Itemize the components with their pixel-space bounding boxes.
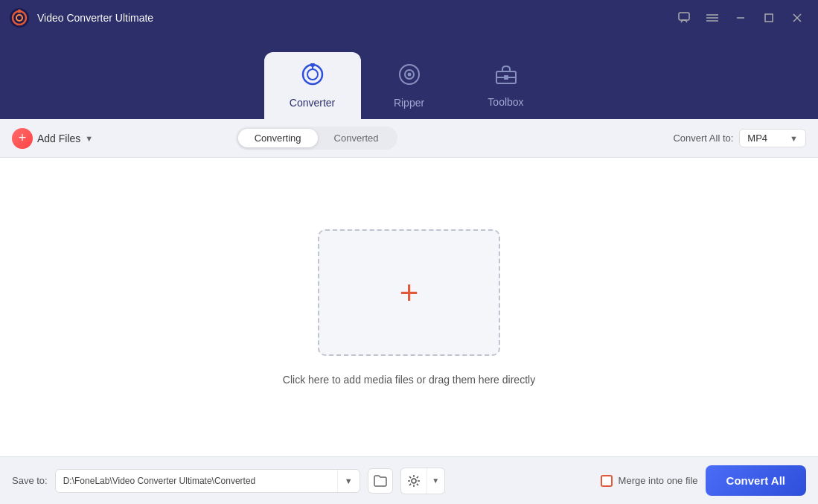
close-button[interactable] <box>785 9 809 27</box>
save-to-label: Save to: <box>12 475 48 486</box>
nav-bar: Converter Ripper Toolbox <box>0 36 818 119</box>
add-files-button[interactable]: + Add Files ▼ <box>12 128 93 149</box>
chat-button[interactable] <box>672 9 696 27</box>
app-title: Video Converter Ultimate <box>37 12 153 24</box>
add-files-dropdown-arrow: ▼ <box>85 134 93 143</box>
tab-toolbox-label: Toolbox <box>488 96 523 108</box>
minimize-button[interactable] <box>729 9 753 27</box>
main-content: + Click here to add media files or drag … <box>0 158 818 456</box>
toolbar: + Add Files ▼ Converting Converted Conve… <box>0 119 818 158</box>
format-chevron-icon: ▼ <box>790 134 798 143</box>
tab-ripper[interactable]: Ripper <box>361 52 458 119</box>
convert-all-button[interactable]: Convert All <box>706 465 806 496</box>
add-files-plus-icon: + <box>12 128 33 149</box>
svg-point-3 <box>18 10 22 13</box>
merge-label: Merge into one file <box>619 475 698 486</box>
path-dropdown-button[interactable]: ▼ <box>337 470 360 492</box>
svg-point-22 <box>412 479 416 483</box>
svg-point-14 <box>310 63 315 67</box>
tab-converter[interactable]: Converter <box>264 52 361 119</box>
svg-point-18 <box>407 72 411 76</box>
tab-converted[interactable]: Converted <box>318 129 395 147</box>
merge-checkbox-area: Merge into one file <box>601 475 698 487</box>
add-files-label: Add Files <box>37 133 80 144</box>
tab-toolbox[interactable]: Toolbox <box>458 52 555 119</box>
merge-checkbox[interactable] <box>601 475 613 487</box>
drop-hint-text: Click here to add media files or drag th… <box>283 374 535 386</box>
selected-format: MP4 <box>747 133 767 144</box>
ripper-icon <box>398 63 421 91</box>
window-controls <box>672 9 809 27</box>
tab-ripper-label: Ripper <box>394 97 424 109</box>
converter-icon <box>301 63 324 91</box>
save-path-input[interactable] <box>56 471 337 491</box>
settings-btn-wrapper: ▼ <box>400 468 445 494</box>
format-select-dropdown[interactable]: MP4 ▼ <box>739 129 806 147</box>
title-bar-left: Video Converter Ultimate <box>9 7 153 28</box>
converting-converted-tabs: Converting Converted <box>236 127 397 150</box>
app-logo-icon <box>9 7 30 28</box>
svg-point-13 <box>307 69 318 80</box>
maximize-button[interactable] <box>757 9 781 27</box>
tab-converting[interactable]: Converting <box>238 129 318 147</box>
bottom-bar: Save to: ▼ ▼ Merge into one file Convert… <box>0 456 818 504</box>
convert-all-to-area: Convert All to: MP4 ▼ <box>673 129 806 147</box>
svg-rect-4 <box>679 13 689 20</box>
settings-dropdown-arrow[interactable]: ▼ <box>426 468 444 494</box>
convert-all-to-label: Convert All to: <box>673 133 733 144</box>
save-path-input-wrapper: ▼ <box>55 469 360 493</box>
settings-button[interactable] <box>401 468 426 494</box>
drop-zone-plus-icon: + <box>400 276 419 309</box>
open-folder-button[interactable] <box>368 468 393 494</box>
tab-converter-label: Converter <box>290 97 335 109</box>
svg-rect-21 <box>504 75 508 80</box>
menu-button[interactable] <box>700 9 724 27</box>
title-bar: Video Converter Ultimate <box>0 0 818 36</box>
toolbox-icon <box>495 64 517 90</box>
drop-zone[interactable]: + <box>318 229 500 356</box>
svg-rect-9 <box>765 14 773 22</box>
